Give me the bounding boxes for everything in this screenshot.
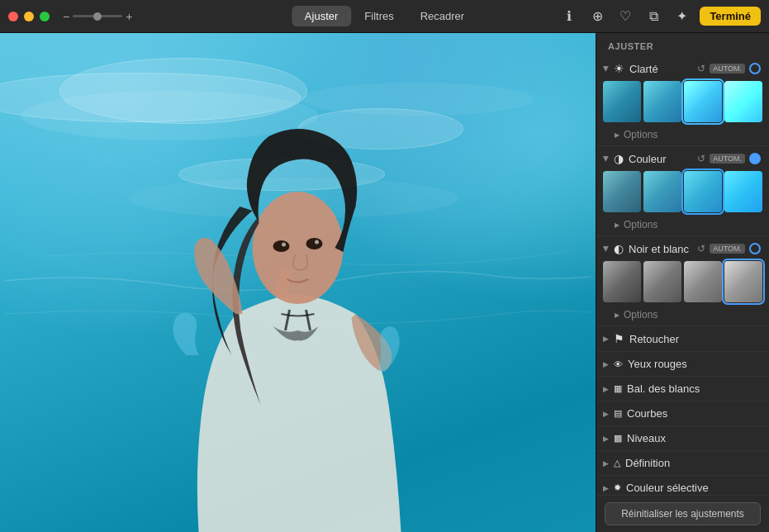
tab-ajuster[interactable]: Ajuster	[292, 6, 351, 26]
bal-blancs-label: Bal. des blancs	[627, 382, 700, 395]
fullscreen-button[interactable]	[40, 12, 50, 21]
courbes-chevron-icon: ▶	[603, 410, 609, 418]
section-couleur-header[interactable]: ▶ ◑ Couleur ↺ AUTOM.	[596, 146, 769, 171]
retoucher-chevron-icon: ▶	[603, 335, 609, 343]
section-noir-blanc-header[interactable]: ▶ ◐ Noir et blanc ↺ AUTOM.	[596, 236, 769, 261]
sidebar-footer: Réinitialiser les ajustements	[596, 495, 769, 532]
clarte-thumb-1[interactable]	[643, 81, 681, 122]
svg-point-5	[306, 238, 323, 249]
couleur-options-label: Options	[624, 219, 657, 230]
plus-circle-icon[interactable]: ⊕	[587, 7, 607, 26]
row-courbes[interactable]: ▶ ▤ Courbes	[596, 401, 769, 426]
main-content: Ajuster ▶ ☀ Clarté ↺ AUTOM.	[0, 33, 769, 532]
couleur-auto-badge[interactable]: AUTOM.	[710, 154, 745, 164]
clarte-toggle[interactable]	[749, 63, 761, 74]
courbes-label: Courbes	[627, 407, 667, 420]
niveaux-icon: ▩	[614, 433, 622, 444]
couleur-options-chevron-icon: ▶	[615, 221, 619, 229]
minimize-button[interactable]	[24, 12, 34, 21]
row-niveaux[interactable]: ▶ ▩ Niveaux	[596, 426, 769, 451]
noir-blanc-thumb-strip	[596, 261, 769, 307]
zoom-slider-thumb	[93, 12, 102, 21]
row-couleur-selective[interactable]: ▶ ✸ Couleur sélective	[596, 476, 769, 495]
couleur-label: Couleur	[629, 153, 697, 165]
heart-icon[interactable]: ♡	[615, 7, 635, 26]
tab-recadrer[interactable]: Recadrer	[407, 6, 477, 26]
definition-chevron-icon: ▶	[603, 459, 609, 468]
noir-blanc-options-chevron-icon: ▶	[615, 311, 619, 319]
noir-blanc-thumb-1[interactable]	[643, 261, 681, 302]
yeux-rouges-label: Yeux rouges	[628, 358, 687, 370]
clarte-label: Clarté	[629, 63, 697, 75]
retoucher-icon: ⚑	[614, 332, 624, 345]
noir-blanc-reset-icon[interactable]: ↺	[697, 243, 705, 254]
couleur-selective-label: Couleur sélective	[626, 482, 709, 494]
clarte-thumb-2[interactable]	[684, 81, 722, 122]
bal-blancs-icon: ▦	[614, 383, 622, 394]
info-icon[interactable]: ℹ	[559, 7, 579, 26]
noir-blanc-toggle[interactable]	[749, 243, 761, 254]
zoom-slider[interactable]	[73, 15, 122, 17]
couleur-thumb-0[interactable]	[603, 171, 641, 212]
courbes-icon: ▤	[614, 408, 622, 419]
zoom-slider-area: − +	[63, 10, 132, 23]
close-button[interactable]	[8, 12, 18, 21]
noir-blanc-thumb-0[interactable]	[603, 261, 641, 302]
section-clarte-header[interactable]: ▶ ☀ Clarté ↺ AUTOM.	[596, 56, 769, 81]
svg-point-3	[253, 192, 344, 304]
niveaux-chevron-icon: ▶	[603, 435, 609, 443]
noir-blanc-auto-badge[interactable]: AUTOM.	[710, 244, 745, 254]
definition-icon: △	[614, 458, 620, 468]
titlebar: − + Ajuster Filtres Recadrer ℹ ⊕ ♡ ⧉ ✦ T…	[0, 0, 769, 33]
noir-blanc-options-label: Options	[624, 309, 657, 321]
couleur-selective-icon: ✸	[614, 482, 621, 493]
definition-label: Définition	[625, 457, 670, 469]
titlebar-right: ℹ ⊕ ♡ ⧉ ✦ Terminé	[559, 7, 761, 26]
noir-blanc-icon: ◐	[614, 242, 624, 255]
photo-area[interactable]	[0, 33, 596, 532]
noir-blanc-options[interactable]: ▶ Options	[596, 307, 769, 325]
sidebar-content: ▶ ☀ Clarté ↺ AUTOM. ▶ Options	[596, 56, 769, 495]
couleur-selective-chevron-icon: ▶	[603, 484, 609, 492]
clarte-options-label: Options	[624, 129, 657, 140]
zoom-minus-icon: −	[63, 10, 69, 23]
yeux-rouges-chevron-icon: ▶	[603, 360, 609, 368]
couleur-thumb-1[interactable]	[643, 171, 681, 212]
couleur-options[interactable]: ▶ Options	[596, 217, 769, 235]
row-yeux-rouges[interactable]: ▶ 👁 Yeux rouges	[596, 352, 769, 377]
clarte-reset-icon[interactable]: ↺	[697, 63, 705, 74]
clarte-options[interactable]: ▶ Options	[596, 127, 769, 145]
photo-canvas	[0, 33, 596, 532]
couleur-toggle[interactable]	[749, 153, 761, 164]
clarte-sun-icon: ☀	[614, 62, 624, 75]
niveaux-label: Niveaux	[627, 432, 666, 444]
row-retoucher[interactable]: ▶ ⚑ Retoucher	[596, 326, 769, 352]
couleur-icon: ◑	[614, 152, 624, 165]
noir-blanc-thumb-2[interactable]	[684, 261, 722, 302]
zoom-plus-icon: +	[126, 10, 132, 23]
svg-point-7	[315, 240, 319, 245]
yeux-rouges-icon: 👁	[614, 359, 623, 369]
magic-icon[interactable]: ✦	[672, 7, 691, 26]
noir-blanc-label: Noir et blanc	[629, 243, 697, 255]
noir-blanc-chevron-icon: ▶	[602, 246, 610, 252]
couleur-reset-icon[interactable]: ↺	[697, 153, 705, 164]
copy-icon[interactable]: ⧉	[643, 7, 663, 26]
svg-point-4	[273, 240, 290, 252]
section-clarte: ▶ ☀ Clarté ↺ AUTOM. ▶ Options	[596, 56, 769, 146]
row-definition[interactable]: ▶ △ Définition	[596, 451, 769, 476]
reset-adjustments-button[interactable]: Réinitialiser les ajustements	[605, 502, 761, 525]
couleur-thumb-strip	[596, 171, 769, 217]
noir-blanc-thumb-3[interactable]	[724, 261, 762, 302]
clarte-chevron-icon: ▶	[602, 66, 610, 72]
clarte-auto-badge[interactable]: AUTOM.	[710, 64, 745, 74]
options-chevron-icon: ▶	[615, 131, 619, 139]
done-button[interactable]: Terminé	[700, 7, 761, 26]
tab-filtres[interactable]: Filtres	[351, 6, 406, 26]
clarte-thumb-strip	[596, 81, 769, 127]
row-bal-blancs[interactable]: ▶ ▦ Bal. des blancs	[596, 377, 769, 401]
clarte-thumb-0[interactable]	[603, 81, 641, 122]
couleur-thumb-2[interactable]	[684, 171, 722, 212]
couleur-thumb-3[interactable]	[724, 171, 762, 212]
clarte-thumb-3[interactable]	[724, 81, 762, 122]
